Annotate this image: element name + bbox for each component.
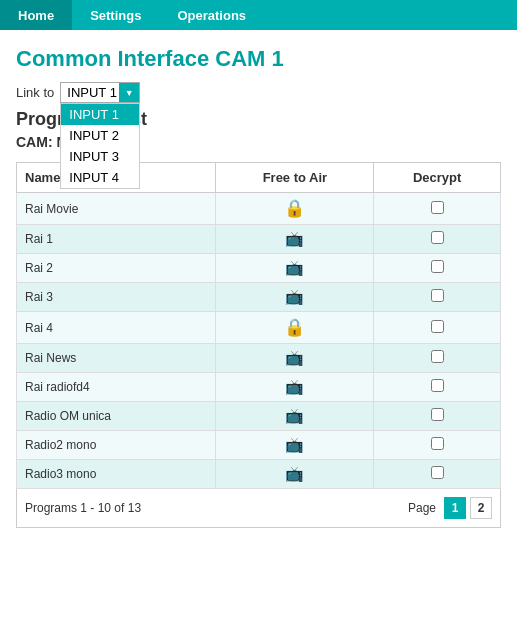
row-decrypt[interactable] [374, 225, 501, 254]
nav-bar: Home Settings Operations [0, 0, 517, 30]
dropdown-menu: INPUT 1 INPUT 2 INPUT 3 INPUT 4 [60, 103, 140, 189]
programs-table: Name Free to Air Decrypt Rai Movie🔒Rai 1… [16, 162, 501, 489]
row-free-to-air: 📺 [216, 373, 374, 402]
decrypt-checkbox[interactable] [431, 350, 444, 363]
row-decrypt[interactable] [374, 312, 501, 344]
decrypt-checkbox[interactable] [431, 260, 444, 273]
row-decrypt[interactable] [374, 283, 501, 312]
tv-icon: 📺 [285, 349, 304, 367]
nav-operations[interactable]: Operations [159, 0, 264, 30]
decrypt-checkbox[interactable] [431, 437, 444, 450]
lock-icon: 🔒 [284, 317, 305, 338]
option-input1[interactable]: INPUT 1 [61, 104, 139, 125]
table-row: Radio2 mono📺 [17, 431, 501, 460]
row-name: Rai radiofd4 [17, 373, 216, 402]
input-select-wrapper: INPUT 1 INPUT 1 INPUT 2 INPUT 3 INPUT 4 [60, 82, 140, 103]
row-decrypt[interactable] [374, 402, 501, 431]
row-name: Rai 4 [17, 312, 216, 344]
table-row: Rai radiofd4📺 [17, 373, 501, 402]
row-name: Radio3 mono [17, 460, 216, 489]
tv-icon: 📺 [285, 230, 304, 248]
table-row: Radio3 mono📺 [17, 460, 501, 489]
option-input2[interactable]: INPUT 2 [61, 125, 139, 146]
page-label: Page [408, 501, 436, 515]
table-row: Rai Movie🔒 [17, 193, 501, 225]
page-btn-1[interactable]: 1 [444, 497, 466, 519]
tv-icon: 📺 [285, 436, 304, 454]
row-free-to-air: 📺 [216, 283, 374, 312]
row-name: Radio OM unica [17, 402, 216, 431]
table-row: Rai 4🔒 [17, 312, 501, 344]
option-input4[interactable]: INPUT 4 [61, 167, 139, 188]
row-name: Rai Movie [17, 193, 216, 225]
row-decrypt[interactable] [374, 373, 501, 402]
row-decrypt[interactable] [374, 193, 501, 225]
selected-input-value: INPUT 1 [67, 85, 117, 100]
table-row: Rai 1📺 [17, 225, 501, 254]
tv-icon: 📺 [285, 288, 304, 306]
lock-icon: 🔒 [284, 198, 305, 219]
col-header-free-to-air: Free to Air [216, 163, 374, 193]
tv-icon: 📺 [285, 407, 304, 425]
page-title: Common Interface CAM 1 [16, 46, 501, 72]
table-row: Rai 2📺 [17, 254, 501, 283]
decrypt-checkbox[interactable] [431, 408, 444, 421]
row-free-to-air: 📺 [216, 344, 374, 373]
table-footer: Programs 1 - 10 of 13 Page 1 2 [16, 489, 501, 528]
row-free-to-air: 📺 [216, 431, 374, 460]
col-header-decrypt: Decrypt [374, 163, 501, 193]
row-name: Rai 1 [17, 225, 216, 254]
page-btn-2[interactable]: 2 [470, 497, 492, 519]
decrypt-checkbox[interactable] [431, 320, 444, 333]
decrypt-checkbox[interactable] [431, 466, 444, 479]
input-select[interactable]: INPUT 1 [60, 82, 140, 103]
row-free-to-air: 📺 [216, 402, 374, 431]
decrypt-checkbox[interactable] [431, 201, 444, 214]
table-row: Rai News📺 [17, 344, 501, 373]
row-free-to-air: 📺 [216, 460, 374, 489]
page-navigation: Page 1 2 [408, 497, 492, 519]
nav-settings[interactable]: Settings [72, 0, 159, 30]
programs-info: Programs 1 - 10 of 13 [25, 501, 141, 515]
row-name: Radio2 mono [17, 431, 216, 460]
main-content: Common Interface CAM 1 Link to INPUT 1 I… [0, 30, 517, 538]
row-decrypt[interactable] [374, 460, 501, 489]
row-decrypt[interactable] [374, 431, 501, 460]
link-label: Link to [16, 85, 54, 100]
tv-icon: 📺 [285, 465, 304, 483]
link-row: Link to INPUT 1 INPUT 1 INPUT 2 INPUT 3 … [16, 82, 501, 103]
option-input3[interactable]: INPUT 3 [61, 146, 139, 167]
decrypt-checkbox[interactable] [431, 289, 444, 302]
row-free-to-air: 📺 [216, 254, 374, 283]
table-row: Radio OM unica📺 [17, 402, 501, 431]
row-free-to-air: 🔒 [216, 312, 374, 344]
tv-icon: 📺 [285, 259, 304, 277]
row-name: Rai 2 [17, 254, 216, 283]
table-row: Rai 3📺 [17, 283, 501, 312]
decrypt-checkbox[interactable] [431, 379, 444, 392]
row-name: Rai News [17, 344, 216, 373]
row-decrypt[interactable] [374, 254, 501, 283]
row-name: Rai 3 [17, 283, 216, 312]
tv-icon: 📺 [285, 378, 304, 396]
nav-home[interactable]: Home [0, 0, 72, 30]
row-free-to-air: 📺 [216, 225, 374, 254]
decrypt-checkbox[interactable] [431, 231, 444, 244]
row-decrypt[interactable] [374, 344, 501, 373]
dropdown-arrow-icon [119, 83, 139, 102]
row-free-to-air: 🔒 [216, 193, 374, 225]
